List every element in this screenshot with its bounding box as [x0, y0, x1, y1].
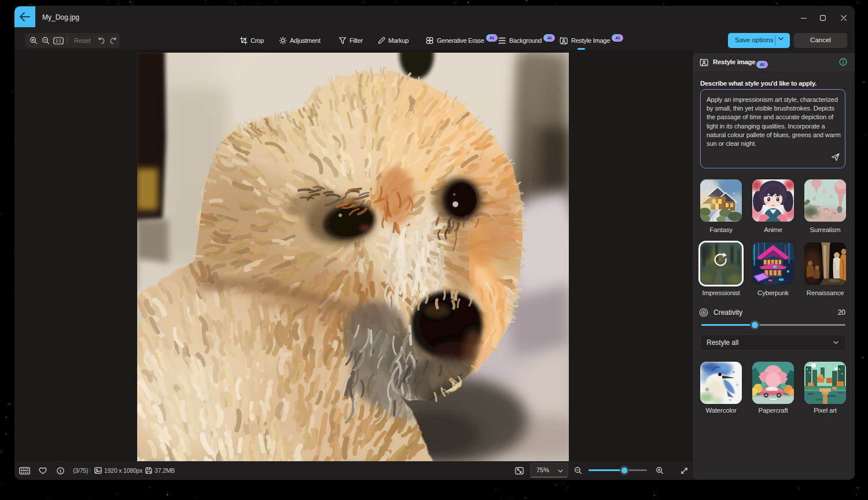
svg-text:1:1: 1:1	[56, 39, 61, 43]
